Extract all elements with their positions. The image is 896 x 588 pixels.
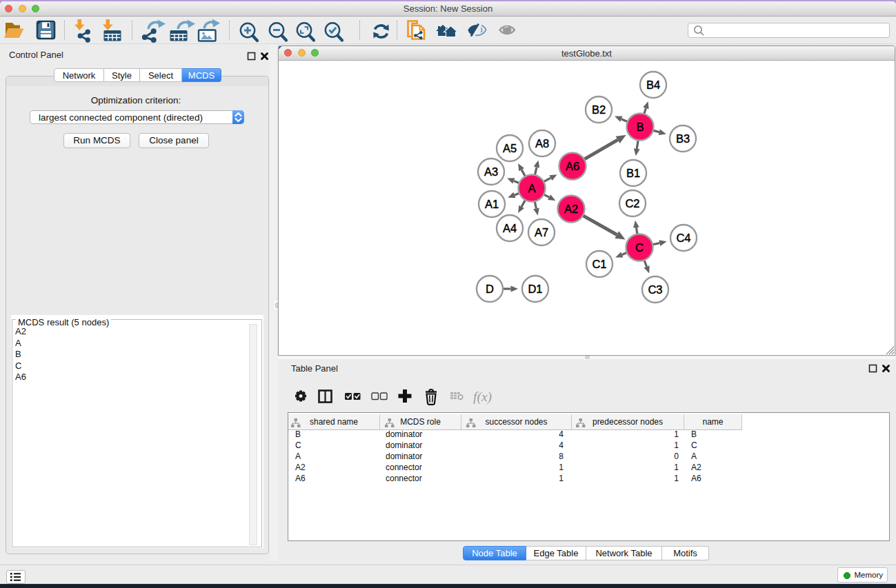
svg-text:A5: A5: [503, 142, 517, 154]
svg-text:A1: A1: [485, 198, 499, 210]
svg-text:B1: B1: [626, 167, 640, 179]
svg-text:B2: B2: [592, 103, 606, 116]
svg-text:C4: C4: [676, 232, 690, 244]
svg-text:A2: A2: [564, 203, 578, 215]
svg-text:A6: A6: [566, 160, 579, 172]
svg-text:C3: C3: [648, 283, 662, 296]
svg-text:C: C: [635, 241, 644, 254]
svg-text:C1: C1: [592, 258, 606, 270]
svg-text:A3: A3: [484, 165, 498, 178]
svg-text:C2: C2: [625, 197, 639, 210]
svg-text:A: A: [528, 182, 535, 194]
svg-text:A8: A8: [535, 137, 549, 150]
svg-text:D: D: [486, 283, 494, 295]
svg-text:D1: D1: [528, 283, 542, 295]
svg-text:B: B: [636, 121, 644, 133]
svg-text:B3: B3: [676, 132, 690, 145]
svg-text:B4: B4: [646, 79, 660, 91]
svg-text:f(x): f(x): [473, 389, 492, 405]
svg-text:A4: A4: [503, 222, 517, 234]
svg-text:A7: A7: [535, 226, 548, 239]
